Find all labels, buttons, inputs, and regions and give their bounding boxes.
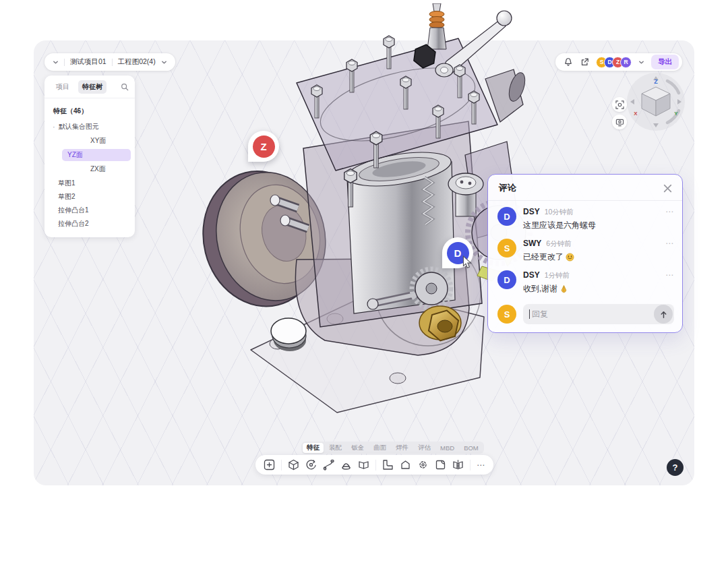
tree-item-extrude2[interactable]: 拉伸凸台2	[44, 217, 135, 231]
comment-more-menu-icon[interactable]: ⋯	[665, 208, 674, 215]
tab-feature-tree[interactable]: 特征树	[78, 80, 107, 94]
send-reply-button[interactable]	[654, 305, 673, 324]
comment-avatar: S	[497, 239, 516, 258]
breadcrumb: 测试项目01 工程图02(4)	[44, 53, 175, 71]
divider	[470, 460, 471, 471]
collapse-chevron-icon[interactable]	[53, 59, 59, 65]
axis-x-label: X	[634, 111, 638, 117]
comment-text: 这里应该是六角螺母	[523, 220, 674, 231]
divider	[375, 460, 376, 471]
search-icon[interactable]	[121, 83, 129, 91]
comment-panel: 评论 D DSY 10分钟前 ⋯ 这里应该是六角螺母 S SWY 6分钟前 ⋯ …	[487, 174, 683, 333]
collaborator-pin-d[interactable]: D	[442, 237, 473, 268]
axis-z-label: Z	[654, 78, 658, 85]
avatars-dropdown-chevron-icon[interactable]	[638, 59, 644, 65]
comment-text: 已经更改了	[523, 251, 674, 263]
current-user-avatar: S	[497, 305, 516, 324]
ribbon-tab-surfaces[interactable]: 曲面	[369, 443, 390, 453]
comment-author: SWY	[523, 239, 541, 248]
fit-view-icon	[615, 100, 624, 109]
comment-more-menu-icon[interactable]: ⋯	[665, 272, 674, 278]
ribbon-tab-bar: 特征 装配 钣金 曲面 焊件 评估 MBD BOM	[301, 442, 484, 454]
comment-reply-row: S	[488, 296, 682, 324]
shell-icon[interactable]	[435, 459, 446, 471]
sweep-icon[interactable]	[323, 459, 334, 471]
axis-y-label: Y	[674, 111, 678, 117]
fit-view-button[interactable]	[612, 97, 627, 112]
breadcrumb-document[interactable]: 工程图02(4)	[118, 57, 156, 67]
chamfer-icon[interactable]	[400, 459, 411, 471]
feature-tree-panel: 项目 特征树 特征（46） ·默认集合图元 XY面 YZ面 ZX面 草图1 草图…	[44, 75, 135, 237]
remote-cursor-icon	[461, 255, 473, 269]
projection-view-button[interactable]	[612, 115, 627, 129]
notifications-bell-icon[interactable]	[564, 57, 573, 67]
tree-item-zx-plane[interactable]: ZX面	[62, 162, 131, 176]
engine-3d-model	[195, 3, 533, 435]
comment-item: D DSY 1分钟前 ⋯ 收到,谢谢	[488, 264, 682, 296]
comment-time: 6分钟前	[546, 239, 571, 249]
comment-avatar: D	[497, 270, 516, 289]
loft-icon[interactable]	[340, 459, 352, 471]
feature-tree-header: 特征（46）	[44, 104, 135, 120]
close-icon[interactable]	[663, 183, 673, 193]
tree-item-yz-plane-selected[interactable]: YZ面	[62, 148, 131, 162]
comment-author: DSY	[523, 207, 540, 216]
share-external-link-icon[interactable]	[580, 57, 589, 67]
tree-item-xy-plane[interactable]: XY面	[62, 134, 131, 148]
feature-toolbar: ⋯	[255, 455, 493, 475]
ribbon-tab-bom[interactable]: BOM	[460, 444, 483, 452]
export-button[interactable]: 导出	[651, 55, 679, 69]
comment-text: 收到,谢谢	[523, 283, 674, 295]
comment-time: 1分钟前	[545, 271, 570, 280]
tree-item-default-entities[interactable]: ·默认集合图元	[44, 120, 135, 133]
top-right-toolbar: S D Z R 导出	[555, 53, 682, 71]
ribbon-tab-sheet-metal[interactable]: 钣金	[347, 443, 368, 453]
comment-author: DSY	[523, 270, 540, 280]
feature-tree: 特征（46） ·默认集合图元 XY面 YZ面 ZX面 草图1 草图2 拉伸凸台1…	[44, 98, 135, 231]
collaborator-pin-z[interactable]: Z	[248, 131, 279, 162]
extrude-icon[interactable]	[288, 459, 299, 471]
divider	[281, 460, 282, 471]
divider	[64, 59, 65, 66]
tree-expander-icon[interactable]: ·	[53, 123, 55, 131]
ribbon-tab-assembly[interactable]: 装配	[325, 443, 346, 453]
comment-time: 10分钟前	[545, 208, 574, 217]
mirror-icon[interactable]	[452, 459, 464, 471]
divider	[112, 59, 113, 66]
comment-item: S SWY 6分钟前 ⋯ 已经更改了	[488, 233, 682, 264]
document-dropdown-chevron-icon[interactable]	[161, 59, 167, 65]
fillet-icon[interactable]	[382, 459, 394, 471]
screen-projection-icon	[615, 118, 624, 127]
ribbon-tab-mbd[interactable]: MBD	[436, 444, 458, 452]
help-button[interactable]: ?	[667, 459, 684, 476]
smile-emoji	[566, 253, 574, 262]
pattern-icon[interactable]	[417, 459, 429, 471]
tree-item-sketch2[interactable]: 草图2	[44, 190, 135, 204]
add-feature-icon[interactable]	[264, 459, 275, 471]
collaborator-avatar-stack[interactable]: S D Z R	[596, 57, 632, 68]
ribbon-tab-weldments[interactable]: 焊件	[392, 443, 413, 453]
pray-emoji	[559, 284, 568, 293]
reply-input[interactable]	[523, 304, 674, 324]
avatar-r[interactable]: R	[620, 57, 632, 68]
comment-item: D DSY 10分钟前 ⋯ 这里应该是六角螺母	[488, 201, 682, 233]
rib-icon[interactable]	[358, 459, 369, 471]
comment-panel-title: 评论	[499, 182, 516, 194]
ribbon-tab-features[interactable]: 特征	[303, 443, 324, 453]
more-tools-icon[interactable]: ⋯	[477, 460, 485, 470]
tree-item-sketch1[interactable]: 草图1	[44, 177, 135, 190]
comment-avatar: D	[497, 207, 516, 226]
comment-more-menu-icon[interactable]: ⋯	[665, 240, 674, 247]
collaborator-avatar-z: Z	[253, 135, 275, 158]
revolve-icon[interactable]	[305, 459, 317, 471]
view-cube[interactable]: Z X Y	[626, 71, 686, 132]
comment-panel-header: 评论	[488, 175, 682, 201]
ribbon-tab-evaluate[interactable]: 评估	[414, 443, 435, 453]
breadcrumb-project[interactable]: 测试项目01	[70, 57, 107, 67]
text-caret	[529, 309, 530, 319]
send-arrow-icon	[659, 310, 668, 319]
tree-item-extrude1[interactable]: 拉伸凸台1	[44, 204, 135, 217]
tab-project[interactable]: 项目	[52, 80, 73, 94]
sidebar-tab-bar: 项目 特征树	[44, 75, 135, 98]
